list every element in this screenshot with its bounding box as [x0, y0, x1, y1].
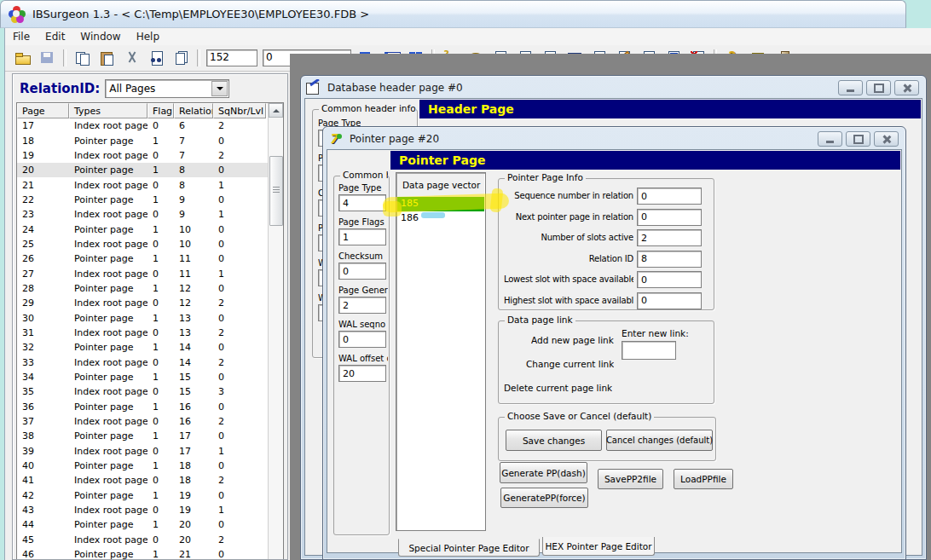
- cell: 20: [174, 534, 213, 546]
- relation-filter-combo[interactable]: All Pages: [105, 79, 229, 98]
- close-button[interactable]: [874, 131, 899, 147]
- generate-pp-dash-button[interactable]: Generate PP(dash): [500, 462, 587, 483]
- cell: 1: [147, 372, 174, 383]
- scrollbar-thumb[interactable]: [269, 156, 283, 226]
- table-row[interactable]: 21Index root page081: [17, 177, 269, 192]
- table-row[interactable]: 40Pointer page1180: [17, 459, 269, 473]
- find-in-pages-button[interactable]: [144, 47, 169, 69]
- field-value-input[interactable]: 0: [338, 331, 386, 348]
- table-row[interactable]: 37Index root page0162: [17, 414, 269, 429]
- vector-item[interactable]: 185: [397, 197, 484, 211]
- save-button[interactable]: [35, 47, 60, 69]
- paste-button[interactable]: [95, 47, 119, 69]
- cell: 26: [17, 253, 69, 264]
- pages-button[interactable]: [169, 47, 194, 69]
- save-pp2file-button[interactable]: SavePP2file: [598, 469, 663, 489]
- main-titlebar[interactable]: IBSurgeon 1.3 - < C:\Temp\EMPLOYEE30\EMP…: [0, 0, 906, 28]
- column-header-relation[interactable]: Relation: [174, 103, 213, 118]
- minimize-button[interactable]: [838, 80, 863, 95]
- menu-item-edit[interactable]: Edit: [38, 29, 72, 44]
- table-row[interactable]: 25Index root page0100: [17, 237, 269, 251]
- pages-table-scrollbar[interactable]: [268, 103, 283, 559]
- maximize-button[interactable]: [846, 131, 870, 147]
- change-current-link[interactable]: Change current link: [526, 359, 614, 369]
- field-value-input[interactable]: 1: [338, 228, 386, 245]
- field-value-input[interactable]: 2: [338, 297, 386, 314]
- table-row[interactable]: 45Index root page0202: [17, 533, 269, 547]
- tab-special-pointer-page-editor[interactable]: Special Pointer Page Editor: [398, 539, 540, 557]
- info-value-input[interactable]: 0: [637, 271, 702, 288]
- load-ppfile-button[interactable]: LoadPPfile: [674, 469, 733, 489]
- column-header-flag[interactable]: Flag: [147, 103, 174, 118]
- cell: 20: [17, 165, 69, 176]
- info-value-input[interactable]: 0: [637, 292, 702, 309]
- cell: 46: [17, 549, 69, 559]
- minimize-button[interactable]: [818, 131, 842, 147]
- cell: 0: [147, 534, 174, 546]
- close-button[interactable]: [894, 80, 919, 95]
- field-value-input[interactable]: 0: [338, 263, 386, 280]
- table-row[interactable]: 27Index root page0111: [17, 266, 269, 280]
- delete-current-page-link[interactable]: Delete current page link: [504, 383, 612, 393]
- table-row[interactable]: 44Pointer page1200: [17, 517, 269, 532]
- table-row[interactable]: 42Pointer page1190: [17, 488, 269, 503]
- copy-button[interactable]: [70, 47, 95, 69]
- table-row[interactable]: 30Pointer page1130: [17, 310, 269, 325]
- table-row[interactable]: 20Pointer page180: [17, 163, 269, 177]
- cell: 9: [174, 194, 213, 205]
- header-window-title: Database header page #0: [327, 82, 463, 94]
- menu-item-file[interactable]: File: [5, 29, 38, 44]
- enter-new-link-input[interactable]: [622, 341, 676, 360]
- cell: 17: [174, 430, 213, 442]
- table-row[interactable]: 31Index root page0132: [17, 326, 269, 340]
- table-row[interactable]: 17Index root page062: [17, 118, 269, 133]
- table-row[interactable]: 29Index root page0122: [17, 296, 269, 310]
- table-row[interactable]: 46Pointer page1210: [17, 547, 269, 559]
- cell: 0: [213, 490, 266, 501]
- field-value-input[interactable]: 4: [338, 194, 386, 211]
- cut-button[interactable]: [119, 47, 144, 69]
- cancel-changes-button[interactable]: Cancel changes (default): [606, 430, 713, 451]
- header-window-titlebar[interactable]: Database header page #0: [306, 79, 832, 96]
- scroll-up-icon[interactable]: [269, 103, 283, 118]
- table-row[interactable]: 36Pointer page1160: [17, 400, 269, 414]
- open-button[interactable]: [10, 47, 35, 69]
- table-row[interactable]: 38Pointer page1170: [17, 429, 269, 443]
- maximize-button[interactable]: [866, 80, 891, 95]
- table-row[interactable]: 18Pointer page170: [17, 133, 269, 147]
- table-row[interactable]: 19Index root page072: [17, 148, 269, 163]
- info-value-input[interactable]: 8: [637, 251, 702, 268]
- table-row[interactable]: 43Index root page0191: [17, 503, 269, 517]
- vector-item[interactable]: 186: [397, 211, 484, 226]
- generate-pp-force-button[interactable]: GeneratePP(force): [500, 488, 588, 508]
- column-header-sqnbrlvl[interactable]: SqNbr/Lvl: [213, 103, 266, 118]
- table-row[interactable]: 23Index root page091: [17, 207, 269, 222]
- pointer-window-titlebar[interactable]: 7 Pointer page #20: [328, 130, 812, 147]
- info-value-input[interactable]: 2: [637, 229, 702, 246]
- group-title: Data page link: [505, 315, 575, 325]
- add-new-page-link[interactable]: Add new page link: [531, 335, 614, 345]
- table-row[interactable]: 24Pointer page1100: [17, 222, 269, 236]
- save-changes-button[interactable]: Save changes: [506, 430, 602, 451]
- table-row[interactable]: 22Pointer page190: [17, 193, 269, 207]
- page-size-input[interactable]: 152: [206, 49, 257, 66]
- field-value-input[interactable]: 20: [338, 365, 386, 382]
- column-header-types[interactable]: Types: [69, 103, 147, 118]
- tab-hex-pointer-page-editor[interactable]: HEX Pointer Page Editor: [542, 537, 655, 556]
- table-row[interactable]: 34Pointer page1150: [17, 370, 269, 384]
- table-row[interactable]: 28Pointer page1120: [17, 281, 269, 296]
- table-row[interactable]: 26Pointer page1110: [17, 251, 269, 266]
- table-row[interactable]: 39Index root page0171: [17, 444, 269, 459]
- chevron-down-icon[interactable]: [211, 81, 228, 96]
- table-row[interactable]: 33Index root page0142: [17, 355, 269, 370]
- table-row[interactable]: 35Index root page0153: [17, 384, 269, 399]
- data-page-vector-list[interactable]: 185186: [397, 197, 484, 529]
- table-row[interactable]: 32Pointer page1140: [17, 340, 269, 355]
- info-value-input[interactable]: 0: [637, 209, 702, 226]
- menu-item-help[interactable]: Help: [129, 29, 167, 44]
- table-row[interactable]: 41Index root page0182: [17, 473, 269, 488]
- menu-item-window[interactable]: Window: [72, 29, 128, 44]
- column-header-page[interactable]: Page: [17, 103, 69, 118]
- cell: 25: [17, 239, 69, 250]
- info-value-input[interactable]: 0: [637, 188, 702, 205]
